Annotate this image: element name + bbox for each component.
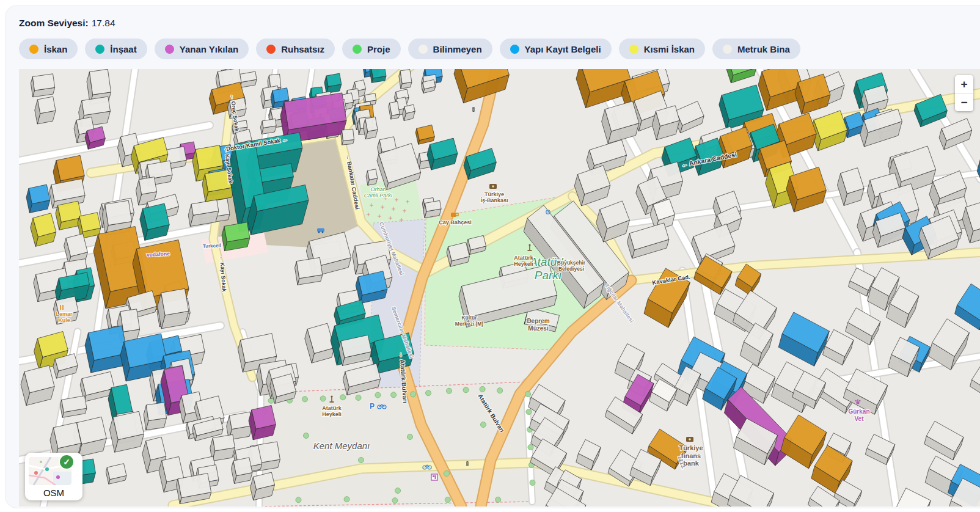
building [26, 185, 50, 213]
legend-dot [510, 45, 519, 54]
building [144, 403, 166, 430]
legend-chip-3[interactable]: Yanan Yıkılan [155, 38, 249, 59]
legend-label: Ruhsatsız [281, 44, 324, 54]
building [260, 119, 276, 134]
legend-chip-5[interactable]: Proje [342, 38, 401, 59]
building [232, 458, 252, 484]
legend-chip-8[interactable]: Kısmi İskan [619, 38, 705, 59]
basemap-label: OSM [29, 488, 79, 498]
legend-dot [419, 45, 428, 54]
building [324, 73, 342, 93]
building [399, 70, 412, 89]
building [295, 258, 323, 285]
legend-dot [165, 45, 174, 54]
building [250, 472, 275, 500]
zoom-in-button[interactable]: + [955, 75, 973, 93]
building [210, 434, 235, 461]
map-canvas[interactable]: Doktor Kamil Sokak ←→ Bankalar Caddesi← … [19, 69, 980, 507]
legend-dot [266, 45, 276, 54]
legend-chip-2[interactable]: İnşaat [85, 38, 147, 59]
building [31, 74, 54, 97]
legend-label: Yapı Kayıt Belgeli [525, 44, 601, 54]
legend-chip-7[interactable]: Yapı Kayıt Belgeli [500, 38, 612, 59]
building [35, 97, 56, 124]
basemap-thumbnail: ✓ [29, 457, 71, 485]
poi-label-heykel-2: AtatürkHeykeli [322, 405, 342, 417]
building [389, 101, 400, 119]
poi-label-cay-bahcesi: Çay Bahçesi [439, 219, 472, 225]
poi-label-is-bankasi: Türkiyeİş-Bankası [480, 191, 508, 203]
legend-chip-9[interactable]: Metruk Bina [712, 38, 800, 59]
svg-text:P: P [370, 402, 375, 411]
building [109, 411, 144, 452]
legend-dot [629, 45, 638, 54]
legend-chip-1[interactable]: İskan [19, 38, 78, 59]
legend-dot [95, 45, 104, 54]
zoom-out-button[interactable]: − [955, 93, 973, 111]
building [188, 200, 219, 227]
building [56, 201, 82, 230]
building [423, 200, 442, 218]
check-glyph: ✓ [63, 457, 70, 467]
legend-label: Kısmi İskan [644, 44, 695, 54]
legend-dot [353, 45, 362, 54]
poi-label-vodafone: vodafone [147, 251, 170, 258]
legend-label: Yanan Yıkılan [180, 44, 238, 54]
map-zoom-control: + − [955, 75, 973, 111]
legend-label: Proje [367, 44, 390, 54]
legend-bar: İskanİnşaatYanan YıkılanRuhsatsızProjeBi… [19, 38, 800, 59]
legend-dot [723, 45, 732, 54]
building [249, 405, 276, 439]
building [403, 104, 415, 120]
building [31, 213, 56, 247]
poi-label-heykel-1: AtatürkHeykeli [514, 255, 534, 267]
selected-check-icon: ✓ [59, 454, 75, 470]
building [21, 365, 54, 406]
building [370, 69, 386, 82]
building [158, 288, 189, 328]
building [140, 203, 169, 240]
building [366, 169, 378, 186]
poi-label-deprem: DepremMüzesi [527, 318, 549, 332]
area-label-kent-meydani: Kent Meydanı [313, 441, 370, 451]
poi-label-belediye: BüyükşehirBelediyesi [557, 260, 586, 272]
legend-label: İskan [44, 44, 67, 54]
zoom-level-label: Zoom Seviyesi: [19, 18, 89, 28]
map-svg: Doktor Kamil Sokak ←→ Bankalar Caddesi← … [19, 69, 980, 507]
legend-chip-4[interactable]: Ruhsatsız [256, 38, 335, 59]
zoom-level-readout: Zoom Seviyesi:17.84 [19, 18, 115, 29]
poi-label-turkcell: Turkcell [203, 243, 222, 249]
legend-label: İnşaat [110, 44, 136, 54]
legend-label: Bilinmeyen [433, 44, 482, 54]
building [341, 129, 354, 145]
legend-chip-6[interactable]: Bilinmeyen [408, 38, 492, 59]
zoom-level-value: 17.84 [92, 18, 115, 28]
legend-dot [29, 45, 38, 54]
app-card: Zoom Seviyesi:17.84 İskanİnşaatYanan Yık… [5, 5, 980, 508]
legend-label: Metruk Bina [737, 44, 790, 54]
building [363, 117, 378, 139]
basemap-switcher[interactable]: ✓ OSM [25, 453, 82, 500]
building [85, 326, 128, 373]
building [222, 222, 250, 251]
